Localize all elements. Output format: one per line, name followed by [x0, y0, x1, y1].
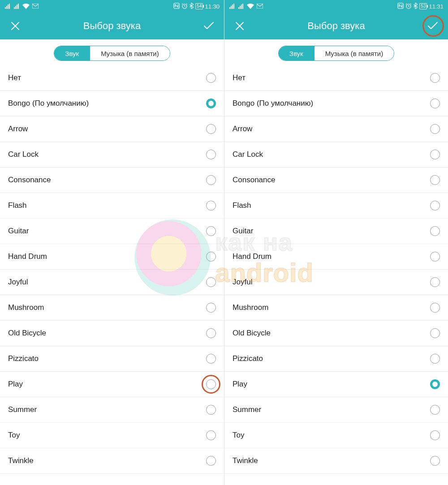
sound-item[interactable]: Нет — [224, 65, 448, 91]
radio-button[interactable] — [206, 456, 216, 466]
sound-item-label: Twinkle — [233, 456, 258, 465]
radio-button[interactable] — [206, 430, 216, 440]
tab-bar: Звук Музыка (в памяти) — [224, 39, 448, 65]
radio-button[interactable] — [430, 252, 440, 262]
sound-item[interactable]: Joyful — [0, 270, 224, 295]
radio-button[interactable] — [206, 379, 216, 389]
radio-button[interactable] — [206, 252, 216, 262]
header-title: Выбор звука — [22, 20, 202, 32]
sound-item-label: Car Lock — [233, 150, 263, 159]
radio-button[interactable] — [206, 226, 216, 236]
sound-item[interactable]: Mushroom — [224, 295, 448, 321]
tab-music[interactable]: Музыка (в памяти) — [90, 46, 170, 60]
radio-button[interactable] — [206, 99, 216, 108]
sound-item-label: Pizzicato — [8, 354, 39, 363]
radio-button[interactable] — [430, 405, 440, 415]
sound-item[interactable]: Guitar — [0, 219, 224, 244]
radio-button[interactable] — [206, 201, 216, 210]
tab-music[interactable]: Музыка (в памяти) — [314, 46, 394, 60]
header-title: Выбор звука — [247, 20, 426, 32]
sound-item[interactable]: Twinkle — [0, 448, 224, 474]
sound-item[interactable]: Bongo (По умолчанию) — [224, 91, 448, 116]
sound-item[interactable]: Toy — [0, 423, 224, 448]
sound-item[interactable]: Twinkle — [224, 448, 448, 474]
radio-button[interactable] — [206, 303, 216, 313]
radio-button[interactable] — [206, 328, 216, 338]
radio-button[interactable] — [430, 277, 440, 287]
alarm-icon — [405, 3, 412, 10]
radio-button[interactable] — [206, 73, 216, 83]
sound-item[interactable]: Summer — [224, 397, 448, 423]
radio-button[interactable] — [430, 175, 440, 185]
sound-item[interactable]: Play — [0, 372, 224, 397]
radio-button[interactable] — [206, 150, 216, 159]
sound-item[interactable]: Arrow — [224, 116, 448, 142]
radio-button[interactable] — [206, 277, 216, 287]
signal-icon-1 — [229, 4, 235, 9]
sound-item[interactable]: Нет — [0, 65, 224, 91]
sound-item[interactable]: Toy — [224, 423, 448, 448]
tab-sound-label: Звук — [289, 50, 303, 57]
close-button[interactable] — [233, 19, 247, 33]
wifi-icon — [22, 4, 30, 9]
sound-list[interactable]: НетBongo (По умолчанию)ArrowCar LockCons… — [0, 65, 224, 485]
sound-item[interactable]: Flash — [0, 193, 224, 219]
clock-text: 11:30 — [205, 3, 220, 10]
sound-item[interactable]: Old Bicycle — [224, 321, 448, 346]
sound-item-label: Old Bicycle — [8, 329, 46, 338]
radio-button[interactable] — [206, 175, 216, 185]
sound-item[interactable]: Summer — [0, 397, 224, 423]
confirm-button[interactable] — [202, 19, 216, 33]
sound-item-label: Нет — [8, 73, 21, 82]
status-bar: 53 11:31 — [224, 0, 448, 13]
tab-sound[interactable]: Звук — [279, 46, 314, 60]
sound-item[interactable]: Arrow — [0, 116, 224, 142]
sound-item[interactable]: Hand Drum — [224, 244, 448, 270]
tab-bar: Звук Музыка (в памяти) — [0, 39, 224, 65]
radio-button[interactable] — [430, 456, 440, 466]
close-button[interactable] — [8, 19, 22, 33]
radio-button[interactable] — [206, 354, 216, 364]
sound-item[interactable]: Consonance — [0, 167, 224, 193]
radio-button[interactable] — [430, 303, 440, 313]
sound-item-label: Summer — [233, 405, 261, 414]
screen-right: 53 11:31 Выбор звука Звук Музыка (в памя… — [224, 0, 448, 485]
tab-sound[interactable]: Звук — [54, 46, 90, 60]
sound-item-label: Joyful — [8, 278, 28, 287]
sound-list[interactable]: НетBongo (По умолчанию)ArrowCar LockCons… — [224, 65, 448, 485]
sound-item[interactable]: Flash — [224, 193, 448, 219]
signal-icon-1 — [4, 4, 11, 9]
radio-button[interactable] — [430, 354, 440, 364]
sound-item[interactable]: Hand Drum — [0, 244, 224, 270]
sound-item[interactable]: Car Lock — [224, 142, 448, 167]
status-left — [229, 3, 263, 10]
wifi-icon — [247, 4, 254, 9]
radio-button[interactable] — [430, 226, 440, 236]
sound-item[interactable]: Guitar — [224, 219, 448, 244]
radio-button[interactable] — [206, 405, 216, 415]
sound-item[interactable]: Play — [224, 372, 448, 397]
sound-item-label: Old Bicycle — [233, 329, 271, 338]
sound-item-label: Twinkle — [8, 456, 34, 465]
sound-item[interactable]: Bongo (По умолчанию) — [0, 91, 224, 116]
radio-button[interactable] — [430, 124, 440, 134]
sound-item-label: Joyful — [233, 278, 252, 287]
sound-item[interactable]: Joyful — [224, 270, 448, 295]
radio-button[interactable] — [430, 201, 440, 210]
sound-item-label: Summer — [8, 405, 37, 414]
sound-item[interactable]: Car Lock — [0, 142, 224, 167]
sound-item[interactable]: Consonance — [224, 167, 448, 193]
sound-item[interactable]: Pizzicato — [224, 346, 448, 372]
sound-item-label: Guitar — [233, 227, 253, 236]
confirm-button[interactable] — [426, 19, 440, 33]
radio-button[interactable] — [430, 328, 440, 338]
sound-item[interactable]: Mushroom — [0, 295, 224, 321]
radio-button[interactable] — [430, 73, 440, 83]
radio-button[interactable] — [206, 124, 216, 134]
radio-button[interactable] — [430, 430, 440, 440]
radio-button[interactable] — [430, 379, 440, 389]
radio-button[interactable] — [430, 150, 440, 159]
sound-item[interactable]: Pizzicato — [0, 346, 224, 372]
sound-item[interactable]: Old Bicycle — [0, 321, 224, 346]
radio-button[interactable] — [430, 99, 440, 108]
